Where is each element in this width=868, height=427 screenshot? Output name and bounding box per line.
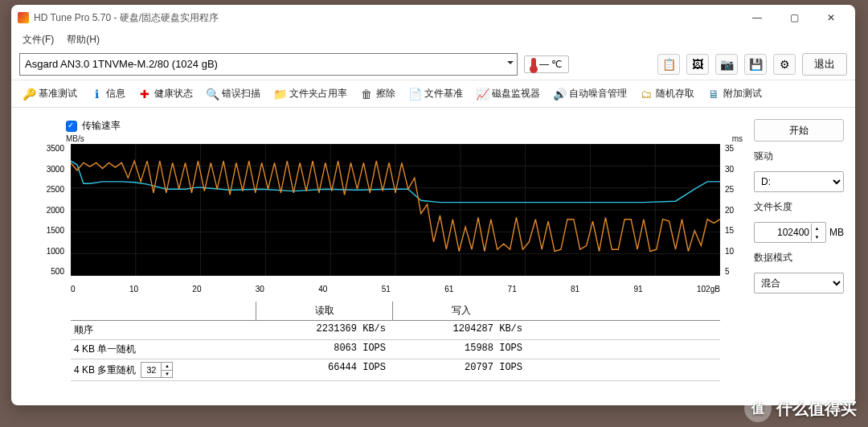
menu-file[interactable]: 文件(F) xyxy=(18,31,59,48)
minimize-button[interactable]: ― xyxy=(739,7,775,28)
col-read: 读取 xyxy=(256,302,392,320)
save-button[interactable]: 💾 xyxy=(744,54,767,75)
legend-label: 传输速率 xyxy=(82,119,121,133)
watermark: 值 什么值得买 xyxy=(744,395,857,422)
app-icon xyxy=(18,12,29,23)
tab-icon: 📈 xyxy=(476,88,489,101)
benchmark-chart xyxy=(71,144,720,276)
window-title: HD Tune Pro 5.70 - 硬盘/固态硬盘实用程序 xyxy=(34,11,739,25)
x-axis-ticks: 0102030405161718191102gB xyxy=(71,285,720,294)
copy-screenshot-button[interactable]: 🖼 xyxy=(686,54,709,75)
file-length-input[interactable]: 102400 ▲▼ xyxy=(754,222,826,243)
maximize-button[interactable]: ▢ xyxy=(776,7,812,28)
drive-label: 驱动 xyxy=(754,150,844,163)
data-mode-select[interactable]: 混合 xyxy=(754,273,844,294)
tab-label: 磁盘监视器 xyxy=(492,87,540,101)
tab-icon: 🔑 xyxy=(23,88,35,101)
spin-down-icon[interactable]: ▼ xyxy=(811,232,822,241)
toolbar: Asgard AN3.0 1TNVMe-M.2/80 (1024 gB) — ℃… xyxy=(11,48,855,80)
titlebar: HD Tune Pro 5.70 - 硬盘/固态硬盘实用程序 ― ▢ ✕ xyxy=(11,5,855,31)
watermark-icon: 值 xyxy=(744,395,772,422)
y-axis-left-ticks: 350030002500200015001000500 xyxy=(23,144,68,276)
multi-queue-spin[interactable]: ▲▼ xyxy=(141,362,173,378)
copy-info-button[interactable]: 📋 xyxy=(657,54,680,75)
tab-6[interactable]: 📄文件基准 xyxy=(403,84,468,103)
results-table: 读取 写入 顺序2231369 KB/s1204287 KB/s4 KB 单一随… xyxy=(71,302,720,381)
y-axis-left-label: MB/s xyxy=(66,134,84,143)
tabbar: 🔑基准测试ℹ信息✚健康状态🔍错误扫描📁文件夹占用率🗑擦除📄文件基准📈磁盘监视器🔊… xyxy=(11,80,855,108)
transfer-rate-checkbox[interactable] xyxy=(66,121,77,132)
close-button[interactable]: ✕ xyxy=(813,7,849,28)
tab-icon: ✚ xyxy=(138,88,151,101)
tab-icon: 🗂 xyxy=(640,88,653,101)
tab-label: 基准测试 xyxy=(39,87,77,101)
col-write: 写入 xyxy=(392,302,529,320)
menu-help[interactable]: 帮助(H) xyxy=(62,31,104,48)
file-length-label: 文件长度 xyxy=(754,200,844,214)
menubar: 文件(F) 帮助(H) xyxy=(11,31,855,48)
tab-label: 信息 xyxy=(106,87,125,101)
chart-area: MB/s ms 350030002500200015001000500 3530… xyxy=(23,134,743,295)
tab-2[interactable]: ✚健康状态 xyxy=(133,84,198,103)
thermometer-icon xyxy=(531,58,536,71)
tab-icon: 🔊 xyxy=(553,88,566,101)
table-row: 4 KB 单一随机8063 IOPS15988 IOPS xyxy=(71,340,720,359)
tab-label: 随机存取 xyxy=(656,87,694,101)
tab-label: 自动噪音管理 xyxy=(569,87,627,101)
tab-label: 附加测试 xyxy=(723,87,762,101)
tab-8[interactable]: 🔊自动噪音管理 xyxy=(548,84,632,103)
screenshot-button[interactable]: 📷 xyxy=(715,54,738,75)
tab-label: 文件基准 xyxy=(424,87,463,101)
tab-icon: 🔍 xyxy=(206,88,219,101)
tab-icon: 📄 xyxy=(408,88,421,101)
tab-icon: ℹ xyxy=(90,88,103,101)
tab-icon: 📁 xyxy=(273,88,286,101)
tab-4[interactable]: 📁文件夹占用率 xyxy=(268,84,352,103)
tab-7[interactable]: 📈磁盘监视器 xyxy=(471,84,545,103)
tab-5[interactable]: 🗑擦除 xyxy=(355,84,400,103)
tab-label: 错误扫描 xyxy=(222,87,260,101)
y-axis-right-ticks: 3530252015105 xyxy=(722,144,743,276)
table-row: 顺序2231369 KB/s1204287 KB/s xyxy=(71,321,720,340)
start-button[interactable]: 开始 xyxy=(754,119,844,142)
tab-label: 擦除 xyxy=(376,87,395,101)
tab-10[interactable]: 🖥附加测试 xyxy=(702,84,767,103)
tab-0[interactable]: 🔑基准测试 xyxy=(18,84,82,103)
main-panel: 传输速率 MB/s ms 350030002500200015001000500… xyxy=(23,116,743,397)
legend: 传输速率 xyxy=(23,116,743,134)
tab-1[interactable]: ℹ信息 xyxy=(85,84,130,103)
drive-select[interactable]: Asgard AN3.0 1TNVMe-M.2/80 (1024 gB) xyxy=(19,53,518,76)
y-axis-right-label: ms xyxy=(732,134,743,143)
file-length-unit: MB xyxy=(829,227,844,238)
table-row: 4 KB 多重随机▲▼66444 IOPS20797 IOPS xyxy=(71,359,720,381)
tab-label: 健康状态 xyxy=(154,87,193,101)
temperature-display: — ℃ xyxy=(524,55,569,73)
side-panel: 开始 驱动 D: 文件长度 102400 ▲▼ MB 数据模式 混合 xyxy=(754,116,844,397)
tab-3[interactable]: 🔍错误扫描 xyxy=(201,84,265,103)
exit-button[interactable]: 退出 xyxy=(802,53,847,76)
drive-letter-select[interactable]: D: xyxy=(754,171,844,192)
data-mode-label: 数据模式 xyxy=(754,251,844,265)
options-button[interactable]: ⚙ xyxy=(773,54,796,75)
tab-icon: 🗑 xyxy=(360,88,373,101)
spin-up-icon[interactable]: ▲ xyxy=(811,224,822,232)
tab-icon: 🖥 xyxy=(707,88,720,101)
tab-label: 文件夹占用率 xyxy=(289,87,347,101)
tab-9[interactable]: 🗂随机存取 xyxy=(635,84,699,103)
app-window: HD Tune Pro 5.70 - 硬盘/固态硬盘实用程序 ― ▢ ✕ 文件(… xyxy=(11,5,855,405)
